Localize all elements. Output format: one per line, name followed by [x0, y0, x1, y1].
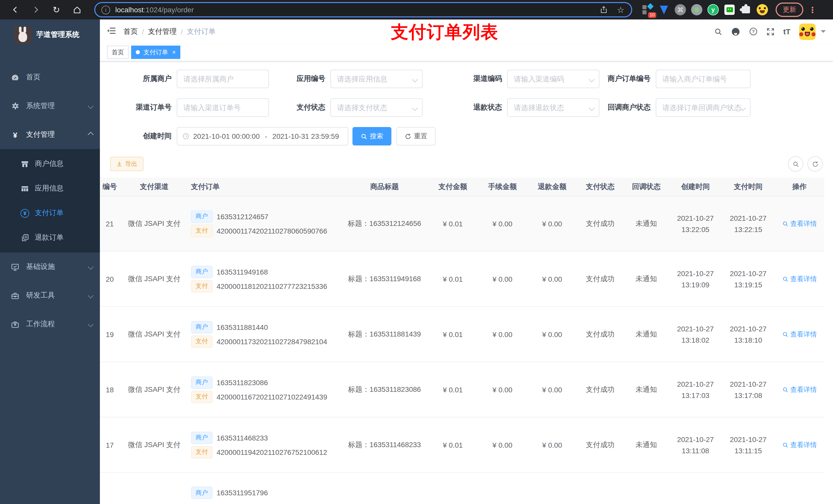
url-bar[interactable]: i localhost:1024/pay/order ☆ — [94, 2, 632, 18]
extensions-puzzle-icon[interactable] — [740, 4, 752, 16]
cell-fee: ¥ 0.00 — [478, 417, 527, 473]
chevron-down-icon — [88, 103, 94, 109]
cell-refund: ¥ 0.00 — [527, 251, 577, 307]
browser-update-button[interactable]: 更新 — [776, 3, 803, 17]
extension-badge: 10 — [648, 12, 656, 18]
github-icon[interactable] — [731, 27, 740, 36]
breadcrumb-payment[interactable]: 支付管理 — [148, 27, 177, 36]
url-text[interactable]: localhost:1024/pay/order — [115, 6, 591, 14]
merchant-order-no-input[interactable] — [656, 70, 751, 88]
view-detail-link[interactable]: 查看详情 — [782, 274, 817, 284]
bookmark-star-icon[interactable]: ☆ — [616, 5, 625, 14]
cell-fee: ¥ 0.00 — [478, 196, 527, 251]
table-row[interactable]: 17 微信 JSAPI 支付 商户1635311468233 支付4200001… — [100, 417, 824, 473]
extension-record-icon[interactable] — [691, 4, 703, 16]
browser-home-icon[interactable] — [72, 5, 81, 14]
sidebar-item-infrastructure[interactable]: 基础设施 — [0, 253, 100, 281]
channel-code-select[interactable] — [507, 70, 599, 88]
export-button[interactable]: 导出 — [110, 157, 143, 171]
refresh-icon[interactable] — [807, 156, 823, 172]
breadcrumb-home[interactable]: 首页 — [123, 27, 138, 36]
extension-gem-icon[interactable] — [658, 4, 670, 16]
browser-menu-icon[interactable]: ⋮ — [808, 5, 817, 15]
gear-icon — [11, 102, 20, 111]
help-icon[interactable]: ? — [749, 27, 758, 36]
breadcrumb-current: 支付订单 — [187, 27, 216, 36]
filter-form: 所属商户 应用编号 渠道编码 商户订单编号 渠道订单号 支付状态 退款状态 回调… — [110, 70, 833, 117]
cell-title: 标题：1635311468233 — [341, 417, 428, 473]
table-row[interactable]: 20 微信 JSAPI 支付 商户1635311949168 支付4200001… — [100, 251, 824, 307]
extension-dice-icon[interactable]: 10 — [641, 4, 654, 16]
avatar-caret-icon[interactable] — [821, 30, 826, 35]
sidebar-item-dev-tools[interactable]: 研发工具 — [0, 281, 100, 310]
tab-home[interactable]: 首页 — [107, 46, 128, 59]
browser-back-icon[interactable] — [11, 5, 20, 14]
extension-y-icon[interactable]: y — [707, 4, 719, 16]
view-detail-link[interactable]: 查看详情 — [782, 440, 817, 450]
shop-icon — [21, 160, 29, 168]
font-size-icon[interactable]: tT — [783, 27, 790, 36]
sidebar-item-pay-order[interactable]: ¥ 支付订单 — [0, 201, 100, 225]
filter-label-create-time: 创建时间 — [110, 131, 177, 141]
view-detail-link[interactable]: 查看详情 — [782, 385, 817, 394]
extension-chat-icon[interactable] — [723, 4, 736, 16]
sidebar-item-home[interactable]: 首页 — [0, 63, 100, 92]
view-detail-link[interactable]: 查看详情 — [782, 219, 817, 228]
cell-refund: ¥ 0.00 — [527, 307, 577, 362]
cell-status: 支付成功 — [577, 417, 623, 473]
cell-fee: ¥ 0.00 — [478, 362, 527, 417]
app-logo[interactable]: 芋道管理系统 — [0, 20, 100, 50]
date-range-picker[interactable]: 2021-10-01 00:00:00 - 2021-10-31 23:59:5… — [177, 127, 348, 145]
tab-close-icon[interactable]: × — [172, 49, 176, 55]
chevron-down-icon — [88, 321, 94, 327]
date-separator: - — [265, 132, 267, 140]
table-row[interactable]: 21 微信 JSAPI 支付 商户1635312124657 支付4200001… — [100, 196, 824, 251]
chevron-down-icon — [88, 264, 94, 270]
pay-tag: 支付 — [191, 224, 212, 237]
channel-order-no-input[interactable] — [177, 98, 269, 117]
sidebar-item-workflow[interactable]: 工作流程 — [0, 310, 100, 339]
cell-action: 查看详情 — [775, 362, 824, 417]
table-row-partial[interactable]: 商户1635311951796 — [100, 473, 824, 504]
site-info-icon[interactable]: i — [101, 5, 110, 14]
profile-emoji-icon[interactable] — [756, 4, 768, 16]
sidebar-item-refund-order[interactable]: 退款订单 — [0, 225, 100, 250]
share-icon[interactable] — [599, 5, 608, 14]
cell-amount: ¥ 0.01 — [428, 362, 478, 417]
sidebar-collapse-icon[interactable] — [107, 26, 116, 37]
reset-button[interactable]: 重置 — [397, 127, 435, 145]
browser-forward-icon[interactable] — [31, 5, 41, 14]
sidebar-item-app-info[interactable]: 应用信息 — [0, 176, 100, 201]
pay-status-select[interactable] — [330, 98, 423, 117]
extension-command-icon[interactable]: ⌘ — [674, 4, 687, 16]
table-row[interactable]: 19 微信 JSAPI 支付 商户1635311881440 支付4200001… — [100, 307, 824, 362]
browser-reload-icon[interactable]: ↻ — [52, 5, 61, 14]
app-select[interactable] — [330, 70, 423, 88]
clock-icon — [182, 133, 190, 140]
merchant-select[interactable] — [177, 70, 269, 88]
merchant-tag: 商户 — [191, 321, 212, 333]
sidebar-item-system[interactable]: 系统管理 — [0, 92, 100, 120]
col-created: 创建时间 — [669, 178, 722, 196]
cell-channel: 微信 JSAPI 支付 — [123, 251, 186, 307]
sidebar-item-payment[interactable]: ¥ 支付管理 — [0, 120, 100, 149]
col-id: 编号 — [100, 178, 123, 196]
chevron-down-icon — [88, 293, 94, 298]
search-button[interactable]: 搜索 — [353, 127, 391, 145]
cell-order: 商户1635311949168 支付4200001181202110277723… — [186, 251, 341, 307]
hide-search-icon[interactable] — [788, 156, 803, 172]
cell-status: 支付成功 — [577, 362, 623, 417]
user-avatar[interactable] — [799, 23, 815, 40]
view-detail-link[interactable]: 查看详情 — [782, 330, 817, 339]
breadcrumb-separator: / — [181, 27, 183, 35]
sidebar-item-merchant-info[interactable]: 商户信息 — [0, 152, 100, 176]
cell-order: 商户1635311468233 支付4200001194202110276752… — [186, 417, 341, 473]
fullscreen-icon[interactable] — [766, 27, 775, 35]
table-row[interactable]: 18 微信 JSAPI 支付 商户1635311823086 支付4200001… — [100, 362, 824, 417]
filter-label-channel-order-no: 渠道订单号 — [110, 103, 177, 112]
filter-label-channel-code: 渠道编码 — [423, 74, 507, 83]
refund-status-select[interactable] — [507, 98, 599, 117]
tab-pay-order[interactable]: 支付订单 × — [131, 46, 180, 59]
notify-status-select[interactable] — [656, 98, 751, 117]
search-icon[interactable] — [714, 27, 722, 35]
